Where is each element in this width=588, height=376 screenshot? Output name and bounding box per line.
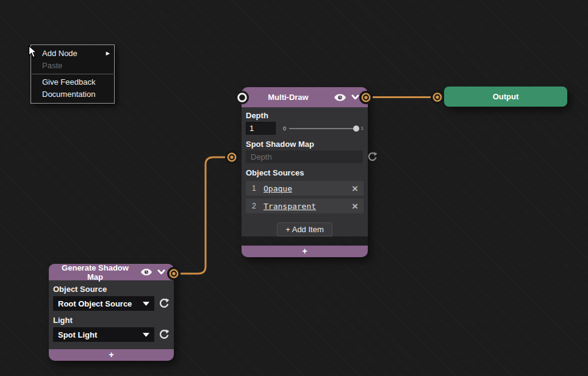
- light-row: Spot Light: [53, 327, 170, 342]
- context-menu: Add Node ▶ Paste Give Feedback Documenta…: [30, 44, 115, 104]
- depth-row: 0 1: [246, 122, 364, 135]
- slider-max-label: 1: [361, 126, 364, 131]
- port-multidraw-spot-shadow-input[interactable]: [225, 151, 238, 164]
- wire-shadowmap-to-multidraw: [180, 157, 226, 274]
- object-source-row: Root Object Source: [53, 296, 170, 311]
- dropdown-value: Root Object Source: [58, 299, 132, 308]
- object-source-label: Object Source: [53, 285, 170, 294]
- light-label: Light: [53, 316, 170, 325]
- port-output-input[interactable]: [431, 91, 444, 104]
- reset-icon[interactable]: [159, 298, 170, 309]
- item-name-link[interactable]: Opaque: [264, 184, 352, 193]
- node-multi-draw: Multi-Draw Depth 0: [242, 87, 368, 257]
- object-source-item-2: 2 Transparent ×: [246, 199, 364, 213]
- light-dropdown[interactable]: Spot Light: [53, 327, 154, 342]
- node-generate-shadow-map: Generate Shadow Map Object Source Root O…: [49, 264, 174, 361]
- slider-min-label: 0: [283, 126, 286, 132]
- add-property-footer[interactable]: +: [242, 246, 368, 257]
- menu-item-paste[interactable]: Paste: [31, 60, 114, 72]
- reset-icon[interactable]: [159, 329, 170, 340]
- menu-item-label: Add Node: [42, 49, 77, 58]
- collapse-chevron-icon[interactable]: [157, 269, 165, 275]
- menu-item-give-feedback[interactable]: Give Feedback: [31, 76, 114, 88]
- dropdown-arrow-icon: [143, 302, 149, 306]
- add-property-footer[interactable]: +: [49, 349, 174, 361]
- remove-item-icon[interactable]: ×: [352, 201, 358, 211]
- remove-item-icon[interactable]: ×: [352, 183, 358, 194]
- node-title: Generate Shadow Map: [55, 263, 135, 282]
- node-body: Object Source Root Object Source Light: [49, 280, 174, 349]
- visibility-eye-icon[interactable]: [334, 94, 346, 101]
- node-header-multi-draw[interactable]: Multi-Draw: [242, 87, 368, 107]
- node-body: Depth 0 1 Spot Shadow Map: [242, 107, 368, 236]
- item-name-link[interactable]: Transparent: [264, 202, 352, 211]
- menu-item-label: Documentation: [42, 90, 95, 99]
- menu-item-label: Paste: [42, 61, 62, 70]
- menu-item-add-node[interactable]: Add Node ▶: [31, 48, 114, 60]
- depth-value-input[interactable]: [246, 122, 276, 135]
- dropdown-arrow-icon: [143, 333, 149, 337]
- slider-handle[interactable]: [353, 126, 359, 132]
- object-sources-label: Object Sources: [246, 168, 364, 178]
- item-index: 2: [252, 202, 260, 210]
- spot-shadow-map-field[interactable]: [246, 151, 363, 163]
- depth-slider[interactable]: 0 1: [283, 126, 364, 132]
- menu-separator: [32, 74, 113, 74]
- node-header-generate-shadow-map[interactable]: Generate Shadow Map: [49, 264, 174, 280]
- object-source-item-1: 1 Opaque ×: [246, 181, 364, 196]
- menu-item-label: Give Feedback: [42, 77, 95, 87]
- add-item-button[interactable]: + Add Item: [277, 222, 332, 236]
- spot-shadow-map-label: Spot Shadow Map: [246, 140, 364, 149]
- node-title: Output: [493, 92, 519, 101]
- collapse-chevron-icon[interactable]: [351, 94, 359, 100]
- submenu-arrow-icon: ▶: [106, 48, 110, 60]
- reset-icon[interactable]: [367, 152, 378, 162]
- node-graph-canvas[interactable]: Add Node ▶ Paste Give Feedback Documenta…: [0, 0, 588, 376]
- depth-label: Depth: [246, 111, 364, 121]
- node-output[interactable]: Output: [444, 87, 567, 107]
- spot-shadow-map-row: [246, 151, 364, 163]
- menu-item-documentation[interactable]: Documentation: [31, 88, 114, 101]
- slider-track[interactable]: [289, 128, 358, 129]
- item-index: 1: [252, 184, 260, 193]
- dropdown-value: Spot Light: [58, 330, 97, 339]
- node-title: Multi-Draw: [248, 93, 329, 102]
- object-source-dropdown[interactable]: Root Object Source: [53, 296, 154, 311]
- visibility-eye-icon[interactable]: [141, 269, 152, 275]
